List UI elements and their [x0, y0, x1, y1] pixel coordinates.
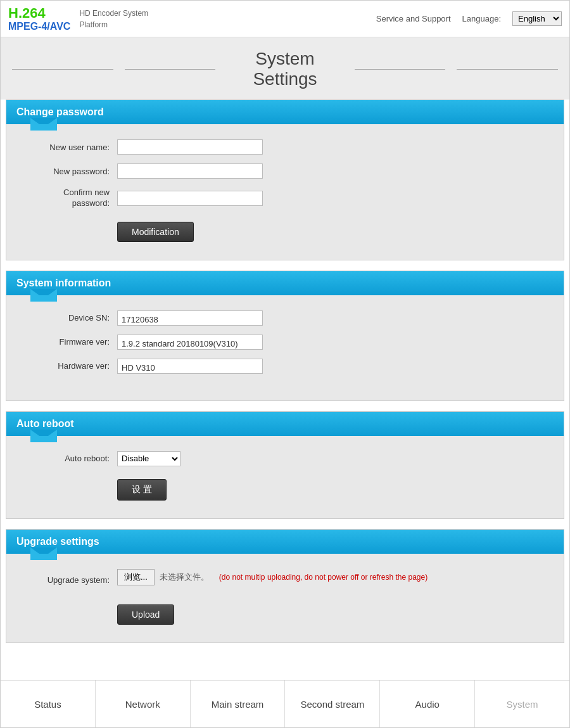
nav-label-audio: Audio: [415, 699, 440, 710]
upgrade-settings-section: Upgrade settings Upgrade system: 浏览... 未…: [6, 529, 564, 643]
upload-warning: (do not multip uploading, do not power o…: [219, 573, 428, 582]
device-sn-value: 17120638: [117, 310, 263, 326]
nav-item-system[interactable]: System: [475, 680, 569, 727]
firmware-row: Firmware ver: 1.9.2 standard 20180109(V3…: [19, 335, 551, 350]
upgrade-settings-body: Upgrade system: 浏览... 未选择文件。 (do not mul…: [6, 554, 564, 642]
nav-item-main-stream[interactable]: Main stream: [191, 680, 286, 727]
title-line-right: [355, 69, 445, 70]
browse-button[interactable]: 浏览...: [117, 569, 155, 585]
set-button[interactable]: 设 置: [117, 479, 167, 501]
header: H.264 MPEG-4/AVC HD Encoder System Platf…: [1, 1, 569, 37]
upgrade-system-row: Upgrade system: 浏览... 未选择文件。 (do not mul…: [19, 569, 551, 592]
modification-button[interactable]: Modification: [117, 222, 194, 242]
page-title-area: System Settings: [1, 37, 569, 99]
language-select[interactable]: English Chinese: [512, 11, 562, 26]
upgrade-settings-header: Upgrade settings: [6, 530, 564, 554]
hardware-value: HD V310: [117, 359, 263, 374]
service-support-link[interactable]: Service and Support: [376, 14, 451, 23]
new-password-row: New password:: [19, 163, 551, 179]
header-subtitle: HD Encoder System Platform: [79, 8, 148, 30]
system-information-section: System information Device SN: 17120638 F…: [6, 271, 564, 401]
bottom-nav: Status Network Main stream Second stream…: [1, 680, 569, 727]
nav-item-network[interactable]: Network: [96, 680, 191, 727]
nav-item-second-stream[interactable]: Second stream: [285, 680, 380, 727]
new-password-label: New password:: [19, 167, 117, 176]
title-line-left: [125, 69, 215, 70]
nav-label-system: System: [507, 699, 538, 710]
change-password-body: New user name: New password: Confirm new…: [6, 124, 564, 260]
firmware-label: Firmware ver:: [19, 337, 117, 347]
device-sn-label: Device SN:: [19, 313, 117, 322]
new-username-row: New user name:: [19, 139, 551, 155]
auto-reboot-section: Auto reboot Auto reboot: Disable Daily W…: [6, 411, 564, 519]
nav-label-main-stream: Main stream: [212, 699, 264, 710]
logo-area: H.264 MPEG-4/AVC: [8, 6, 70, 32]
auto-reboot-label: Auto reboot:: [19, 454, 117, 463]
system-information-body: Device SN: 17120638 Firmware ver: 1.9.2 …: [6, 295, 564, 400]
language-label: Language:: [462, 14, 501, 23]
page-title: System Settings: [228, 49, 342, 89]
device-sn-row: Device SN: 17120638: [19, 310, 551, 326]
content-area: System Settings Change password New user…: [1, 37, 569, 707]
nav-label-status: Status: [34, 699, 61, 710]
upgrade-system-label: Upgrade system:: [19, 575, 117, 585]
new-password-input[interactable]: [117, 163, 263, 179]
hardware-row: Hardware ver: HD V310: [19, 359, 551, 374]
upload-controls: 浏览... 未选择文件。 (do not multip uploading, d…: [117, 569, 428, 585]
auto-reboot-row: Auto reboot: Disable Daily Weekly: [19, 451, 551, 466]
auto-reboot-select[interactable]: Disable Daily Weekly: [117, 451, 180, 466]
nav-item-audio[interactable]: Audio: [380, 680, 475, 727]
new-username-input[interactable]: [117, 139, 263, 155]
set-button-row: 设 置: [19, 475, 551, 501]
change-password-section: Change password New user name: New passw…: [6, 99, 564, 260]
change-password-header: Change password: [6, 100, 564, 124]
hardware-label: Hardware ver:: [19, 361, 117, 371]
confirm-password-row: Confirm newpassword:: [19, 188, 551, 209]
logo-mpeg: MPEG-4/AVC: [8, 21, 70, 32]
nav-label-second-stream: Second stream: [300, 699, 364, 710]
upload-button-row: Upload: [19, 601, 551, 625]
nav-item-status[interactable]: Status: [1, 680, 96, 727]
firmware-value: 1.9.2 standard 20180109(V310): [117, 335, 263, 350]
confirm-password-input[interactable]: [117, 191, 263, 206]
auto-reboot-header: Auto reboot: [6, 412, 564, 436]
header-right: Service and Support Language: English Ch…: [376, 11, 562, 26]
logo-h264: H.264: [8, 6, 70, 21]
no-file-text: 未选择文件。: [160, 572, 209, 583]
auto-reboot-body: Auto reboot: Disable Daily Weekly 设 置: [6, 436, 564, 518]
nav-label-network: Network: [125, 699, 160, 710]
system-information-header: System information: [6, 271, 564, 295]
modification-button-row: Modification: [19, 218, 551, 242]
confirm-password-label: Confirm newpassword:: [19, 188, 117, 209]
new-username-label: New user name:: [19, 143, 117, 152]
upload-button[interactable]: Upload: [117, 604, 174, 625]
